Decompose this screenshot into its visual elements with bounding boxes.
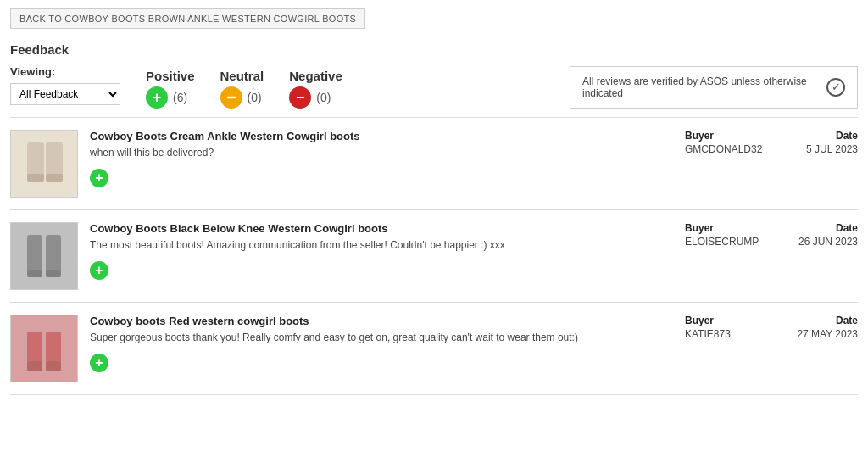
top-section: Viewing: All Feedback Positive Neutral N… (0, 59, 868, 117)
review-content: Cowboy boots Red western cowgirl boots S… (90, 315, 673, 372)
svg-rect-10 (46, 332, 61, 364)
svg-rect-11 (27, 361, 42, 371)
review-thumbnail (10, 315, 78, 382)
neutral-label: Neutral (220, 69, 264, 83)
review-item: Cowboy Boots Cream Ankle Western Cowgirl… (10, 118, 858, 210)
review-list: Cowboy Boots Cream Ankle Western Cowgirl… (0, 118, 868, 395)
date-value: 5 JUL 2023 (806, 143, 858, 155)
positive-rating-icon: + (90, 169, 108, 187)
review-content: Cowboy Boots Black Below Knee Western Co… (90, 222, 673, 280)
review-title: Cowboy Boots Black Below Knee Western Co… (90, 222, 673, 235)
svg-rect-4 (46, 174, 63, 182)
page-title: Feedback (10, 42, 858, 57)
svg-rect-3 (27, 174, 44, 182)
date-label: Date (836, 315, 858, 326)
review-thumbnail (10, 130, 78, 198)
review-text: Super gorgeous boots thank you! Really c… (90, 331, 673, 345)
date-value: 26 JUN 2023 (798, 236, 858, 248)
neutral-icon (220, 86, 242, 109)
svg-rect-8 (46, 270, 61, 277)
review-text: when will this be delivered? (90, 146, 673, 160)
positive-icon: + (146, 86, 168, 109)
svg-rect-12 (46, 361, 61, 371)
feedback-filter-select[interactable]: All Feedback Positive Neutral Negative (10, 83, 120, 105)
review-content: Cowboy Boots Cream Ankle Western Cowgirl… (90, 130, 673, 187)
neutral-sentiment: Neutral (0) (220, 69, 264, 109)
date-value: 27 MAY 2023 (797, 328, 858, 340)
positive-rating-icon: + (90, 261, 108, 280)
review-title: Cowboy Boots Cream Ankle Western Cowgirl… (90, 130, 673, 142)
review-text: The most beautiful boots! Amazing commun… (90, 238, 673, 253)
review-thumbnail (10, 222, 78, 290)
review-buyer: Buyer ELOISECRUMP (685, 222, 770, 248)
back-button[interactable]: BACK TO COWBOY BOOTS BROWN ANKLE WESTERN… (10, 8, 365, 29)
svg-rect-6 (46, 235, 61, 273)
checkmark-icon: ✓ (826, 78, 845, 97)
svg-rect-1 (27, 142, 44, 176)
negative-sentiment: Negative − (0) (289, 69, 342, 109)
positive-sentiment: Positive + (6) (146, 69, 195, 109)
review-item: Cowboy Boots Black Below Knee Western Co… (10, 210, 858, 303)
neutral-count: (0) (248, 91, 262, 104)
verified-text: All reviews are verified by ASOS unless … (582, 75, 818, 99)
review-buyer: Buyer GMCDONALD32 (685, 130, 770, 155)
svg-rect-5 (27, 235, 42, 273)
buyer-label: Buyer (685, 130, 714, 142)
svg-rect-7 (27, 270, 42, 277)
negative-label: Negative (289, 69, 342, 83)
review-date: Date 26 JUN 2023 (782, 222, 858, 248)
date-label: Date (836, 130, 858, 142)
buyer-name: KATIE873 (685, 328, 731, 340)
sentiment-blocks: Positive + (6) Neutral (0) Negative − (0… (146, 65, 342, 109)
review-item: Cowboy boots Red western cowgirl boots S… (10, 303, 858, 395)
positive-rating-icon: + (90, 354, 108, 372)
buyer-label: Buyer (685, 315, 714, 326)
positive-count: (6) (173, 91, 187, 104)
positive-label: Positive (146, 69, 195, 83)
negative-count: (0) (316, 91, 331, 104)
buyer-name: GMCDONALD32 (685, 143, 762, 155)
date-label: Date (836, 222, 858, 234)
buyer-name: ELOISECRUMP (685, 236, 759, 248)
review-date: Date 5 JUL 2023 (782, 130, 858, 155)
negative-icon: − (289, 86, 311, 109)
review-buyer: Buyer KATIE873 (685, 315, 770, 340)
verified-box: All reviews are verified by ASOS unless … (570, 66, 858, 109)
review-title: Cowboy boots Red western cowgirl boots (90, 315, 673, 327)
review-date: Date 27 MAY 2023 (782, 315, 858, 340)
buyer-label: Buyer (685, 222, 714, 234)
viewing-block: Viewing: All Feedback Positive Neutral N… (10, 65, 120, 105)
svg-rect-9 (27, 332, 42, 364)
viewing-label: Viewing: (10, 65, 120, 78)
svg-rect-2 (46, 142, 63, 176)
